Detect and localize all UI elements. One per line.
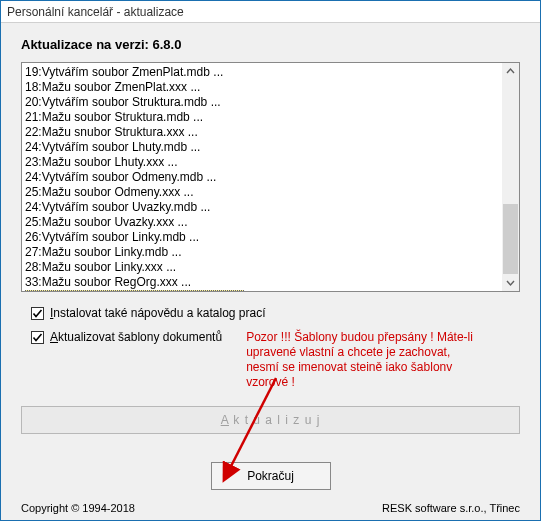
log-listbox[interactable]: 19:Vytvářím soubor ZmenPlat.mdb ... 18:M… (21, 62, 520, 292)
chevron-down-icon (506, 278, 515, 287)
log-line[interactable]: 26:Vytvářím soubor Linky.mdb ... (25, 230, 499, 245)
log-line-done[interactable]: Aktualizace na verzi 6.8.0 provedena ...… (25, 290, 244, 291)
log-line[interactable]: 20:Vytvářím soubor Struktura.mdb ... (25, 95, 499, 110)
continue-button[interactable]: Pokračuj (211, 462, 331, 490)
scrollbar-vertical[interactable] (502, 63, 519, 291)
vendor-text: RESK software s.r.o., Třinec (382, 502, 520, 514)
scroll-down-button[interactable] (502, 274, 519, 291)
scroll-up-button[interactable] (502, 63, 519, 80)
scrollbar-thumb[interactable] (503, 204, 518, 274)
footer: Copyright © 1994-2018 RESK software s.r.… (21, 502, 520, 514)
page-title: Aktualizace na verzi: 6.8.0 (21, 37, 520, 52)
continue-button-wrap: Pokračuj (21, 462, 520, 490)
check-icon (32, 332, 43, 343)
log-line[interactable]: 25:Mažu soubor Uvazky.xxx ... (25, 215, 499, 230)
log-line[interactable]: 24:Vytvářím soubor Lhuty.mdb ... (25, 140, 499, 155)
log-line[interactable]: 24:Vytvářím soubor Uvazky.mdb ... (25, 200, 499, 215)
checkbox-install-help-label: Instalovat také nápovědu a katalog prací (50, 306, 266, 320)
log-line[interactable]: 25:Mažu soubor Odmeny.xxx ... (25, 185, 499, 200)
checkbox-update-templates-label: Aktualizovat šablony dokumentů (50, 330, 222, 344)
log-line[interactable]: 33:Mažu soubor RegOrg.xxx ... (25, 275, 499, 290)
client-area: Aktualizace na verzi: 6.8.0 19:Vytvářím … (1, 23, 540, 520)
app-window: Personální kancelář - aktualizace Aktual… (0, 0, 541, 521)
log-line[interactable]: 24:Vytvářím soubor Odmeny.mdb ... (25, 170, 499, 185)
window-title: Personální kancelář - aktualizace (7, 5, 184, 19)
log-lines: 19:Vytvářím soubor ZmenPlat.mdb ... 18:M… (22, 63, 502, 291)
check-icon (32, 308, 43, 319)
log-line[interactable]: 22:Mažu snubor Struktura.xxx ... (25, 125, 499, 140)
log-line[interactable]: 28:Mažu soubor Linky.xxx ... (25, 260, 499, 275)
log-line[interactable]: 27:Mažu soubor Linky.mdb ... (25, 245, 499, 260)
warning-text: Pozor !!! Šablony budou přepsány ! Máte-… (246, 330, 476, 390)
checkbox-row-templates: Aktualizovat šablony dokumentů Pozor !!!… (21, 330, 520, 390)
log-line[interactable]: 23:Mažu soubor Lhuty.xxx ... (25, 155, 499, 170)
log-line[interactable]: 19:Vytvářím soubor ZmenPlat.mdb ... (25, 65, 499, 80)
chevron-up-icon (506, 67, 515, 76)
titlebar: Personální kancelář - aktualizace (1, 1, 540, 23)
checkbox-row-help: Instalovat také nápovědu a katalog prací (21, 306, 520, 320)
log-line[interactable]: 21:Mažu soubor Struktura.mdb ... (25, 110, 499, 125)
log-line[interactable]: 18:Mažu soubor ZmenPlat.xxx ... (25, 80, 499, 95)
copyright-text: Copyright © 1994-2018 (21, 502, 135, 514)
checkbox-install-help[interactable] (31, 307, 44, 320)
continue-button-label: Pokračuj (247, 469, 294, 483)
checkbox-update-templates[interactable] (31, 331, 44, 344)
update-button-disabled: A k t u a l i z u j (21, 406, 520, 434)
